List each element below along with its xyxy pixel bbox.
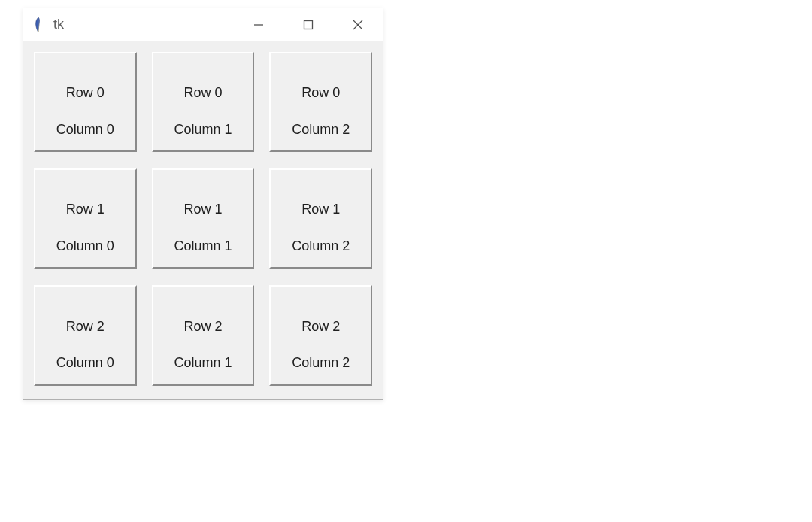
grid-button-line2: Column 0 — [56, 355, 114, 370]
grid-button-line2: Column 1 — [174, 122, 232, 137]
maximize-icon — [302, 19, 314, 31]
grid-button-line2: Column 0 — [56, 238, 114, 253]
grid-button-line2: Column 2 — [292, 355, 350, 370]
minimize-button[interactable] — [234, 8, 283, 41]
grid-button-r0-c0[interactable]: Row 0 Column 0 — [34, 52, 137, 152]
grid-button-line2: Column 1 — [174, 238, 232, 253]
button-grid: Row 0 Column 0 Row 0 Column 1 Row 0 Colu… — [23, 41, 383, 399]
grid-button-line2: Column 2 — [292, 122, 350, 137]
grid-button-line1: Row 0 — [66, 85, 105, 100]
titlebar: tk — [23, 8, 383, 41]
app-window: tk Row 0 Column 0 Row 0 Column 1 Row 0 C… — [23, 8, 383, 400]
feather-icon — [31, 16, 46, 34]
grid-button-line1: Row 0 — [301, 85, 340, 100]
grid-button-line1: Row 1 — [66, 202, 105, 217]
svg-rect-1 — [304, 20, 313, 29]
grid-button-line1: Row 2 — [66, 319, 105, 334]
grid-button-r1-c2[interactable]: Row 1 Column 2 — [269, 168, 372, 269]
minimize-icon — [253, 19, 265, 31]
maximize-button[interactable] — [283, 8, 333, 41]
close-button[interactable] — [333, 8, 383, 41]
grid-button-r2-c0[interactable]: Row 2 Column 0 — [34, 285, 137, 385]
grid-button-line2: Column 2 — [292, 238, 350, 253]
grid-button-line2: Column 1 — [174, 355, 232, 370]
window-controls — [234, 8, 383, 41]
grid-button-r1-c0[interactable]: Row 1 Column 0 — [34, 168, 137, 269]
grid-button-line1: Row 0 — [183, 85, 222, 100]
grid-button-line1: Row 1 — [183, 202, 222, 217]
grid-button-line2: Column 0 — [56, 122, 114, 137]
grid-button-r1-c1[interactable]: Row 1 Column 1 — [152, 168, 255, 269]
close-icon — [352, 19, 364, 31]
grid-button-line1: Row 2 — [301, 319, 340, 334]
grid-button-r0-c1[interactable]: Row 0 Column 1 — [152, 52, 255, 152]
grid-button-r0-c2[interactable]: Row 0 Column 2 — [269, 52, 372, 152]
grid-button-line1: Row 2 — [183, 319, 222, 334]
grid-button-r2-c1[interactable]: Row 2 Column 1 — [152, 285, 255, 385]
grid-button-line1: Row 1 — [301, 202, 340, 217]
window-title: tk — [53, 17, 234, 32]
grid-button-r2-c2[interactable]: Row 2 Column 2 — [269, 285, 372, 385]
